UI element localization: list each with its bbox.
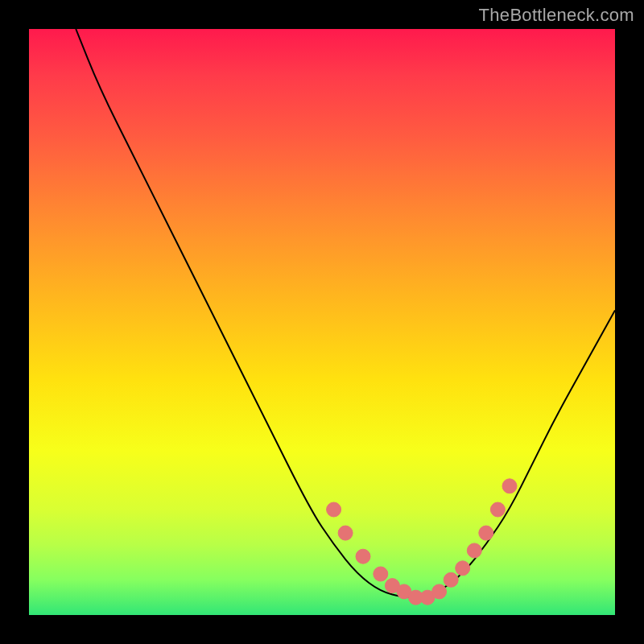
chart-frame: TheBottleneck.com bbox=[0, 0, 644, 644]
marker-point bbox=[502, 479, 517, 493]
marker-point bbox=[356, 549, 370, 564]
watermark-text: TheBottleneck.com bbox=[479, 5, 634, 26]
marker-point bbox=[338, 526, 353, 540]
marker-point bbox=[444, 572, 458, 587]
marker-point bbox=[432, 584, 447, 599]
marker-point bbox=[467, 543, 481, 558]
marker-point bbox=[456, 561, 470, 576]
marker-point bbox=[374, 567, 388, 581]
marker-point bbox=[479, 526, 493, 540]
bottleneck-curve bbox=[76, 29, 615, 597]
plot-area bbox=[29, 29, 615, 615]
marker-point bbox=[490, 502, 505, 517]
marker-point bbox=[327, 502, 341, 517]
curve-svg bbox=[29, 29, 615, 615]
